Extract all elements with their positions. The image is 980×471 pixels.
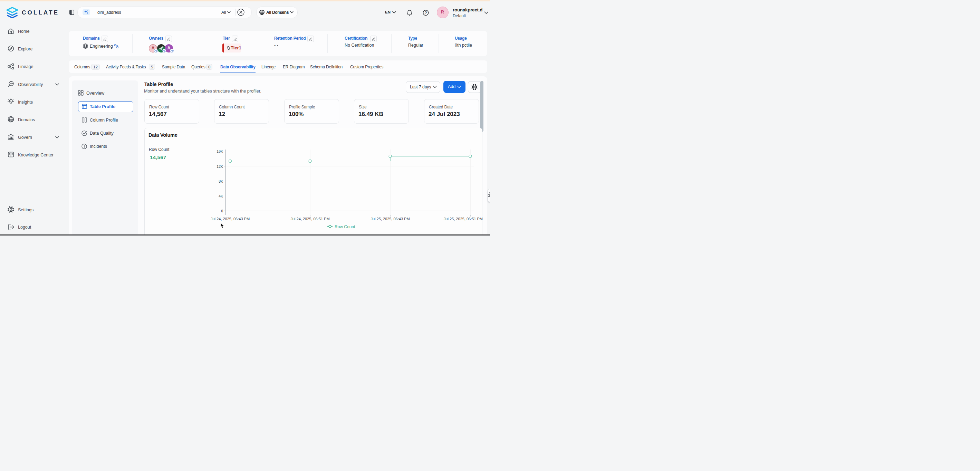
svg-text:4K: 4K — [219, 194, 223, 198]
svg-text:Jul 24, 2025, 06:51 PM: Jul 24, 2025, 06:51 PM — [290, 217, 329, 221]
svg-text:Jul 25, 2025, 06:43 PM: Jul 25, 2025, 06:43 PM — [371, 217, 410, 221]
svg-text:Row Count: Row Count — [335, 224, 355, 229]
svg-text:12K: 12K — [216, 164, 223, 169]
svg-text:Jul 25, 2025, 06:51 PM: Jul 25, 2025, 06:51 PM — [444, 217, 483, 221]
svg-text:0: 0 — [221, 209, 223, 213]
svg-text:?: ? — [425, 11, 427, 15]
svg-text:8K: 8K — [219, 179, 223, 183]
svg-text:16K: 16K — [216, 149, 223, 153]
svg-text:Jul 24, 2025, 06:43 PM: Jul 24, 2025, 06:43 PM — [211, 217, 250, 221]
